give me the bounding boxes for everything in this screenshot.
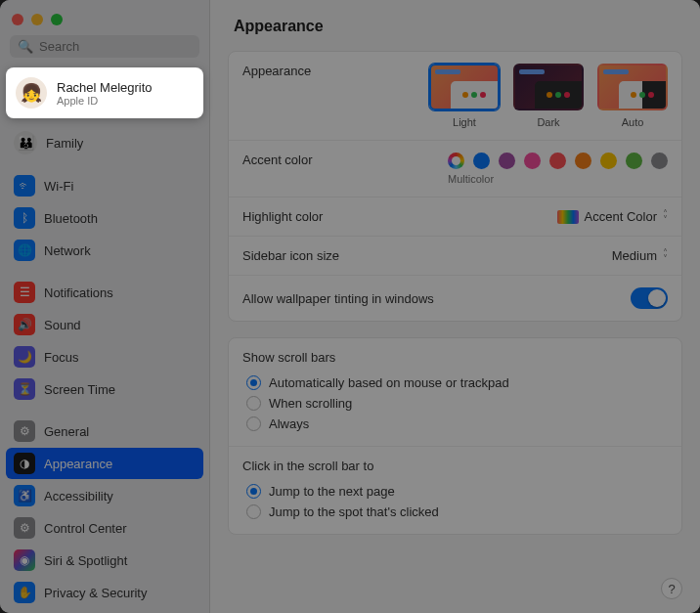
chevron-updown-icon: ˄˅ [663,211,668,223]
sidebar-item-control-center[interactable]: ⚙Control Center [6,512,203,544]
sidebar-item-label: Control Center [44,521,127,536]
search-input[interactable] [39,39,192,54]
sidebar-item-wi-fi[interactable]: ᯤWi-Fi [6,170,203,201]
accent-swatch-multicolor[interactable] [448,153,464,169]
titlebar: Appearance [210,0,700,45]
sidebar-item-label: Siri & Spotlight [44,553,127,568]
siri-icon: ◉ [14,549,35,571]
accent-swatches [448,153,668,169]
sidebar-item-label: Appearance [44,457,112,471]
accent-caption: Multicolor [448,173,494,185]
accent-label: Accent color [242,153,313,167]
radio-label: Automatically based on mouse or trackpad [269,375,509,390]
click-scroll-option[interactable]: Jump to the next page [242,481,668,502]
theme-thumb-icon [597,64,668,110]
accent-swatch[interactable] [524,153,541,169]
close-icon[interactable] [12,14,23,25]
scrollbars-option[interactable]: Automatically based on mouse or trackpad [242,372,668,393]
account-subtitle: Apple ID [57,95,153,107]
sidebar-item-label: Notifications [44,285,113,300]
accent-swatch[interactable] [575,153,591,169]
theme-option-light[interactable]: Light [429,64,500,128]
theme-option-auto[interactable]: Auto [597,64,668,128]
hourglass-icon: ⏳ [14,378,35,400]
appearance-panel: Appearance LightDarkAuto Accent color Mu… [228,51,682,322]
tinting-label: Allow wallpaper tinting in windows [242,291,434,306]
sidebar-item-sound[interactable]: 🔊Sound [6,309,203,340]
minimize-icon[interactable] [31,14,43,25]
sidebar-item-label: Accessibility [44,489,113,504]
highlight-label: Highlight color [242,209,323,224]
radio-icon [246,396,261,411]
sidebar-size-value: Medium [612,248,657,263]
accent-swatch[interactable] [473,153,490,169]
avatar: 👧 [16,77,47,109]
radio-icon [246,416,261,431]
sidebar-item-focus[interactable]: 🌙Focus [6,341,203,372]
sidebar-item-appearance[interactable]: ◑Appearance [6,448,203,479]
theme-label: Dark [537,116,559,128]
search-icon: 🔍 [18,39,33,54]
switches-icon: ⚙ [14,517,35,539]
network-icon: 🌐 [14,240,35,261]
sidebar-item-siri-spotlight[interactable]: ◉Siri & Spotlight [6,545,203,576]
chevron-updown-icon: ˄˅ [663,250,668,262]
wifi-icon: ᯤ [14,175,35,197]
apple-id-card[interactable]: 👧 Rachel Melegrito Apple ID [6,67,203,118]
radio-icon [246,484,261,499]
help-button[interactable]: ? [661,578,682,599]
accent-swatch[interactable] [626,153,642,169]
sidebar-size-select[interactable]: Medium ˄˅ [339,248,668,263]
highlight-value: Accent Color [585,209,657,224]
sidebar-item-network[interactable]: 🌐Network [6,235,203,266]
theme-picker: LightDarkAuto [429,64,668,128]
account-name: Rachel Melegrito [57,80,153,95]
radio-label: Jump to the next page [269,484,395,499]
sidebar-item-label: General [44,424,89,439]
moon-icon: 🌙 [14,346,35,368]
search-field[interactable]: 🔍 [10,35,199,58]
accent-swatch[interactable] [499,153,515,169]
highlight-swatch-icon [557,210,579,224]
accent-swatch[interactable] [600,153,617,169]
highlight-select[interactable]: Accent Color ˄˅ [323,209,668,224]
sidebar-item-label: Network [44,243,91,258]
sidebar-list: 👪FamilyᯤWi-FiᛒBluetooth🌐Network☰Notifica… [0,124,209,613]
sidebar: 🔍 👧 Rachel Melegrito Apple ID 👪FamilyᯤWi… [0,0,210,613]
scrollbars-option[interactable]: When scrolling [242,393,668,414]
hand-icon: ✋ [14,582,35,603]
bluetooth-icon: ᛒ [14,207,35,229]
radio-icon [246,375,261,390]
sidebar-item-notifications[interactable]: ☰Notifications [6,277,203,308]
sidebar-item-label: Privacy & Security [44,586,147,600]
appearance-icon: ◑ [14,453,35,474]
theme-thumb-icon [429,64,500,110]
sidebar-item-family[interactable]: 👪Family [6,126,203,159]
accent-swatch[interactable] [651,153,668,169]
page-title: Appearance [234,18,677,35]
sidebar-item-label: Bluetooth [44,211,98,226]
sidebar-item-general[interactable]: ⚙General [6,416,203,447]
sidebar-item-label: Wi-Fi [44,179,73,194]
sidebar-item-label: Screen Time [44,382,115,397]
sidebar-size-label: Sidebar icon size [242,248,339,263]
sidebar-item-bluetooth[interactable]: ᛒBluetooth [6,202,203,234]
theme-option-dark[interactable]: Dark [513,64,584,128]
theme-label: Light [453,116,476,128]
accessibility-icon: ♿ [14,485,35,506]
click-scroll-option[interactable]: Jump to the spot that's clicked [242,502,668,522]
sidebar-item-privacy-security[interactable]: ✋Privacy & Security [6,577,203,608]
fullscreen-icon[interactable] [51,14,63,25]
scroll-panel: Show scroll bars Automatically based on … [228,337,682,535]
theme-label: Auto [622,116,644,128]
sidebar-item-accessibility[interactable]: ♿Accessibility [6,480,203,511]
sidebar-item-label: Focus [44,350,78,365]
gear-icon: ⚙ [14,420,35,442]
sidebar-item-label: Sound [44,318,81,332]
tinting-toggle[interactable] [631,287,668,309]
click-scroll-title: Click in the scroll bar to [242,459,668,473]
accent-swatch[interactable] [549,153,566,169]
bell-icon: ☰ [14,282,35,303]
sidebar-item-screen-time[interactable]: ⏳Screen Time [6,373,203,405]
scrollbars-option[interactable]: Always [242,414,668,434]
